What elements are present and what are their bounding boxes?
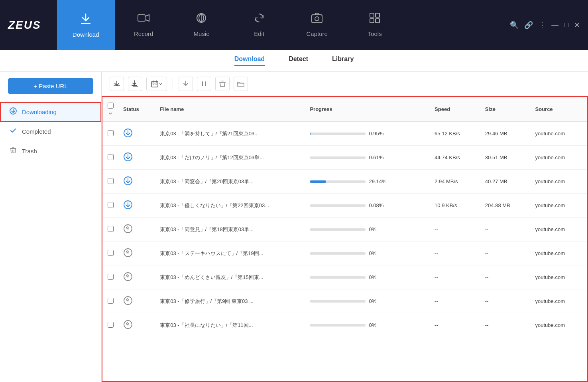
sub-tab-library[interactable]: Library <box>332 55 354 66</box>
row-size: -- <box>480 313 531 337</box>
share-icon[interactable]: 🔗 <box>524 21 533 30</box>
row-speed: 65.12 KB/s <box>430 122 480 146</box>
nav-tab-edit-label: Edit <box>254 30 264 37</box>
progress-bar-container <box>310 133 366 135</box>
select-all-checkbox[interactable] <box>108 103 114 109</box>
row-progress: 0.95% <box>305 122 430 146</box>
sidebar-item-trash-label: Trash <box>22 148 37 154</box>
nav-tab-edit[interactable]: Edit <box>230 0 288 50</box>
row-checkbox-cell <box>102 241 118 265</box>
progress-bar-fill <box>310 133 310 135</box>
row-checkbox[interactable] <box>108 322 114 328</box>
header-speed: Speed <box>430 97 480 122</box>
row-checkbox[interactable] <box>108 250 114 256</box>
row-checkbox-cell <box>102 313 118 337</box>
app-logo: ZEUS <box>8 19 41 32</box>
progress-label: 0% <box>369 322 376 328</box>
nav-tab-music-label: Music <box>194 30 209 37</box>
nav-tab-music[interactable]: Music <box>173 0 230 50</box>
toolbar <box>102 72 588 96</box>
row-filename: 東京03 -「優しくなりたい」/『第22回東京03... <box>155 194 305 218</box>
nav-tab-capture-label: Capture <box>307 30 328 37</box>
pause-all-button[interactable] <box>197 77 211 91</box>
row-speed: -- <box>430 313 480 337</box>
sidebar-item-downloading[interactable]: Downloading <box>0 102 101 122</box>
add-download-multi-button[interactable] <box>128 77 142 91</box>
edit-nav-icon <box>253 12 265 27</box>
row-size: -- <box>480 218 531 241</box>
row-checkbox[interactable] <box>108 130 114 136</box>
row-size: 29.46 MB <box>480 122 531 146</box>
row-status <box>118 122 155 146</box>
sub-tab-detect[interactable]: Detect <box>289 55 308 66</box>
row-checkbox-cell <box>102 170 118 194</box>
row-progress: 0% <box>305 313 430 337</box>
delete-button[interactable] <box>215 77 230 91</box>
header-status: Status <box>118 97 155 122</box>
row-status <box>118 146 155 170</box>
row-status <box>118 218 155 241</box>
trash-icon <box>9 146 17 156</box>
row-checkbox[interactable] <box>108 154 114 160</box>
header-checkbox <box>102 97 118 122</box>
row-speed: -- <box>430 241 480 265</box>
table-header-row: Status File name Progress Speed Size Sou… <box>102 97 587 122</box>
sidebar-item-trash[interactable]: Trash <box>0 141 101 161</box>
row-checkbox-cell <box>102 146 118 170</box>
row-size: 40.27 MB <box>480 170 531 194</box>
progress-label: 0.08% <box>369 202 383 208</box>
nav-tab-tools[interactable]: Tools <box>346 0 404 50</box>
header-progress: Progress <box>305 97 430 122</box>
progress-label: 0.95% <box>369 131 383 137</box>
minimize-icon[interactable]: — <box>551 21 559 29</box>
svg-rect-0 <box>81 23 90 24</box>
paste-url-button[interactable]: + Paste URL <box>8 78 93 94</box>
row-checkbox[interactable] <box>108 202 114 208</box>
record-nav-icon <box>137 12 150 27</box>
row-filename: 東京03 -「ステーキハウスにて」/『第19回... <box>155 241 305 265</box>
nav-tab-record[interactable]: Record <box>115 0 173 50</box>
sub-tab-download[interactable]: Download <box>234 55 265 66</box>
row-status <box>118 289 155 313</box>
progress-bar-container <box>310 252 366 255</box>
progress-bar-fill <box>310 156 310 159</box>
nav-tab-tools-label: Tools <box>368 30 382 37</box>
progress-bar-container <box>310 324 366 327</box>
row-status <box>118 170 155 194</box>
row-speed: -- <box>430 265 480 289</box>
schedule-button[interactable] <box>146 77 167 91</box>
svg-rect-15 <box>202 81 203 86</box>
search-icon[interactable]: 🔍 <box>510 21 519 30</box>
svg-rect-12 <box>132 85 137 86</box>
row-status <box>118 313 155 337</box>
row-speed: 2.94 MB/s <box>430 170 480 194</box>
svg-rect-7 <box>376 13 380 17</box>
header-size: Size <box>480 97 531 122</box>
nav-tab-download[interactable]: Download <box>57 0 115 50</box>
svg-rect-13 <box>133 86 138 87</box>
maximize-icon[interactable]: □ <box>564 21 568 29</box>
close-icon[interactable]: ✕ <box>574 21 580 30</box>
row-checkbox-cell <box>102 265 118 289</box>
nav-tab-capture[interactable]: Capture <box>288 0 346 50</box>
table-row: 東京03 -「ステーキハウスにて」/『第19回... 0% -- -- yout… <box>102 241 587 265</box>
progress-bar-container <box>310 276 366 279</box>
row-checkbox[interactable] <box>108 298 114 304</box>
row-checkbox[interactable] <box>108 274 114 280</box>
svg-rect-8 <box>370 19 374 23</box>
row-speed: -- <box>430 218 480 241</box>
row-filename: 東京03 -「だけのノリ」/『第12回東京03単... <box>155 146 305 170</box>
resume-all-button[interactable] <box>179 77 193 91</box>
row-checkbox-cell <box>102 289 118 313</box>
row-source: youtube.com <box>531 122 587 146</box>
more-icon[interactable]: ⋮ <box>539 21 546 30</box>
svg-rect-6 <box>370 13 374 17</box>
row-checkbox[interactable] <box>108 226 114 232</box>
add-download-button[interactable] <box>110 77 124 91</box>
sidebar-item-completed[interactable]: Completed <box>0 122 101 141</box>
progress-bar-fill <box>310 180 326 183</box>
tools-nav-icon <box>368 12 381 27</box>
row-checkbox[interactable] <box>108 178 114 184</box>
open-folder-button[interactable] <box>234 77 248 91</box>
sidebar-item-completed-label: Completed <box>22 128 51 135</box>
